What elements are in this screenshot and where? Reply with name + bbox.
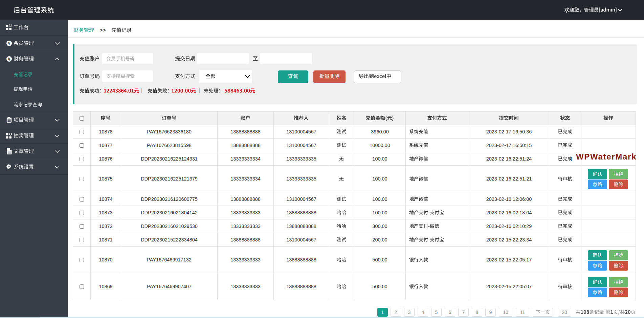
svg-text:V: V: [8, 41, 10, 46]
svg-text:¥: ¥: [8, 56, 10, 61]
